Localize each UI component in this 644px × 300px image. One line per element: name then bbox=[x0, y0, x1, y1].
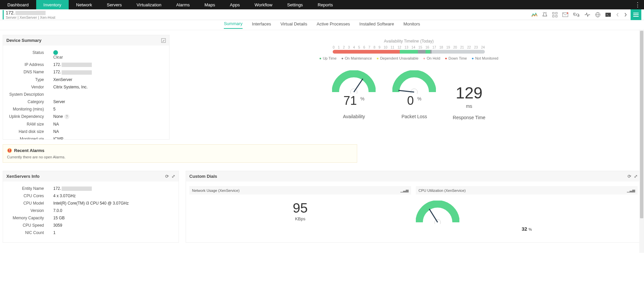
tab-monitors[interactable]: Monitors bbox=[403, 21, 420, 28]
scrollbar[interactable] bbox=[639, 30, 644, 253]
type-value: XenServer bbox=[53, 77, 72, 82]
svg-line-20 bbox=[354, 79, 363, 92]
cpu-title: CPU Utilization (XenService) bbox=[418, 189, 466, 193]
legend-down: Down Time bbox=[445, 56, 467, 60]
entity-value: 172. bbox=[53, 186, 92, 191]
response-time-block: 129 ms Response Time bbox=[453, 70, 485, 120]
timeline-seg-down bbox=[333, 50, 400, 54]
nav-dashboard[interactable]: Dashboard bbox=[0, 0, 36, 9]
availability-gauge: 71 % Availability bbox=[332, 70, 376, 120]
cpu-util-card: CPU Utilization (XenService)▁▃▅ 32 % bbox=[416, 186, 638, 238]
nav-alarms[interactable]: Alarms bbox=[169, 0, 197, 9]
edit-icon[interactable] bbox=[161, 38, 166, 43]
svg-rect-5 bbox=[556, 15, 557, 17]
hamburger-menu[interactable] bbox=[631, 9, 641, 20]
gauge-arc-icon bbox=[392, 70, 436, 94]
sub-header: 172. Server | XenServer | Xen-Host >_ bbox=[0, 9, 644, 20]
recent-alarms-panel: !Recent Alarms Currently there are no op… bbox=[3, 144, 357, 163]
nav-workflow[interactable]: Workflow bbox=[247, 0, 280, 9]
nic-value: 1 bbox=[53, 230, 56, 235]
ip-label: IP Address bbox=[6, 62, 53, 67]
cores-value: 4 x 3.07GHz bbox=[53, 194, 76, 198]
net-title: Network Usage (XenService) bbox=[192, 189, 240, 193]
network-usage-card: Network Usage (XenService)▁▃▅ 95 KBps bbox=[189, 186, 411, 238]
via-label: Monitored via bbox=[6, 137, 53, 139]
packet-loss-gauge: 0 % Packet Loss bbox=[392, 70, 436, 120]
expand-icon[interactable]: ⤢ bbox=[172, 174, 175, 179]
svg-line-0 bbox=[543, 12, 544, 13]
xenservers-info-panel: XenServers Info ⟳ ⤢ Entity Name172. CPU … bbox=[3, 171, 179, 243]
category-value: Server bbox=[53, 99, 65, 104]
breadcrumb: Server | XenServer | Xen-Host bbox=[6, 15, 55, 19]
tab-row: SummaryInterfacesVirtual DetailsActive P… bbox=[0, 20, 644, 30]
mail-icon[interactable] bbox=[562, 12, 568, 17]
globe-icon[interactable] bbox=[595, 12, 600, 17]
monitoring-label: Monitoring (mins) bbox=[6, 107, 53, 111]
bell-icon[interactable] bbox=[542, 12, 548, 17]
vendor-label: Vendor bbox=[6, 85, 53, 89]
terminal-icon[interactable]: >_ bbox=[605, 12, 611, 17]
bar-chart-icon[interactable]: ▁▃▅ bbox=[627, 188, 635, 193]
nav-apps[interactable]: Apps bbox=[222, 0, 247, 9]
custom-dials-panel: Custom Dials ⟳ ⤢ Network Usage (XenServi… bbox=[186, 171, 641, 243]
legend-maint: On Maintenance bbox=[341, 56, 372, 60]
entity-label: Entity Name bbox=[6, 186, 53, 191]
nav-network[interactable]: Network bbox=[69, 0, 100, 9]
tab-active-processes[interactable]: Active Processes bbox=[317, 21, 350, 28]
tab-installed-software[interactable]: Installed Software bbox=[360, 21, 394, 28]
refresh-icon[interactable]: ⟳ bbox=[628, 174, 631, 179]
memory-value: 15 GB bbox=[53, 216, 65, 220]
bar-chart-icon[interactable]: ▁▃▅ bbox=[400, 188, 408, 193]
top-nav: DashboardInventoryNetworkServersVirtuali… bbox=[0, 0, 644, 9]
status-value: Clear bbox=[53, 50, 62, 60]
availability-title: Availability Timeline (Today) bbox=[183, 38, 635, 44]
uplink-value: None? bbox=[53, 114, 69, 119]
chevron-right-icon[interactable] bbox=[624, 12, 627, 17]
tab-summary[interactable]: Summary bbox=[224, 21, 243, 29]
chevron-left-icon[interactable] bbox=[616, 12, 619, 17]
nav-inventory[interactable]: Inventory bbox=[36, 0, 69, 9]
sysdesc-label: System Description bbox=[6, 92, 53, 97]
tab-virtual-details[interactable]: Virtual Details bbox=[280, 21, 307, 28]
svg-point-7 bbox=[567, 12, 568, 14]
device-summary-panel: Device Summary StatusClear IP Address172… bbox=[3, 35, 170, 140]
gauge-arc-icon bbox=[332, 70, 376, 94]
legend-hold: On Hold bbox=[423, 56, 440, 60]
more-menu-icon[interactable]: ⋮ bbox=[631, 0, 644, 9]
expand-icon[interactable]: ⤢ bbox=[634, 174, 638, 179]
cpu-value: 32 % bbox=[416, 226, 638, 232]
via-value: ICMP bbox=[53, 137, 63, 139]
ip-value: 172. bbox=[53, 62, 92, 67]
grid-icon[interactable] bbox=[552, 12, 558, 17]
svg-point-21 bbox=[411, 89, 417, 94]
legend-nm: Not Monitored bbox=[471, 56, 498, 60]
version-value: 7.0.0 bbox=[53, 208, 62, 213]
link-icon[interactable] bbox=[573, 13, 580, 17]
nav-settings[interactable]: Settings bbox=[280, 0, 310, 9]
status-label: Status bbox=[6, 50, 53, 60]
svg-text:>_: >_ bbox=[606, 13, 609, 16]
nav-reports[interactable]: Reports bbox=[310, 0, 340, 9]
timeline-bar bbox=[333, 50, 485, 54]
help-icon[interactable]: ? bbox=[64, 114, 69, 119]
toolbar-icons: >_ bbox=[531, 12, 627, 17]
model-value: Intel(R) Core(TM) i3 CPU 540 @ 3.07GHz bbox=[53, 201, 129, 206]
nav-virtualization[interactable]: Virtualization bbox=[129, 0, 169, 9]
xen-title: XenServers Info bbox=[6, 174, 40, 179]
dns-label: DNS Name bbox=[6, 70, 53, 74]
net-value: 95 bbox=[189, 201, 411, 216]
memory-label: Memory Capacity bbox=[6, 216, 53, 220]
timeline-seg-up bbox=[400, 50, 418, 54]
disk-value: NA bbox=[53, 129, 59, 134]
ram-value: NA bbox=[53, 122, 59, 127]
nav-maps[interactable]: Maps bbox=[197, 0, 222, 9]
timeline-seg-up bbox=[426, 50, 430, 54]
svg-rect-2 bbox=[553, 12, 554, 14]
pulse-icon[interactable] bbox=[584, 12, 590, 17]
legend-dep: Dependent Unavailable bbox=[377, 56, 418, 60]
nav-servers[interactable]: Servers bbox=[100, 0, 129, 9]
refresh-icon[interactable]: ⟳ bbox=[165, 174, 169, 179]
tab-interfaces[interactable]: Interfaces bbox=[252, 21, 271, 28]
chart-icon[interactable] bbox=[531, 12, 537, 17]
dials-title: Custom Dials bbox=[189, 174, 217, 179]
